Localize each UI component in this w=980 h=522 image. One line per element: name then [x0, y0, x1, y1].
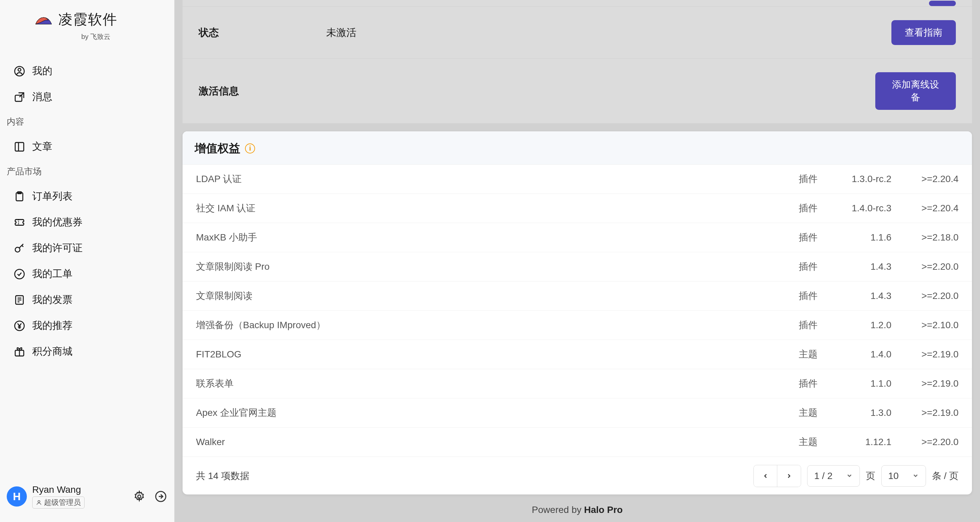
- clipboard-icon: [13, 190, 25, 203]
- page-select[interactable]: 1 / 2: [807, 465, 859, 487]
- sidebar-item-label: 我的发票: [32, 293, 73, 306]
- row-name: Apex 企业官网主题: [196, 407, 777, 419]
- person-icon: [36, 500, 42, 506]
- info-label: 状态: [199, 26, 326, 40]
- row-requirement: >=2.20.4: [891, 203, 959, 214]
- card-title: 增值权益: [195, 141, 240, 156]
- row-version: 1.2.0: [818, 320, 891, 330]
- sidebar-item-label: 我的推荐: [32, 319, 73, 332]
- gift-icon: [13, 346, 25, 358]
- card-header: 增值权益: [183, 131, 972, 164]
- row-requirement: >=2.20.4: [891, 174, 959, 184]
- user-meta: Ryan Wang 超级管理员: [32, 484, 127, 509]
- chevron-down-icon: [912, 471, 919, 481]
- row-name: 文章限制阅读: [196, 289, 777, 302]
- row-version: 1.4.3: [818, 291, 891, 301]
- receipt-icon: [13, 294, 25, 306]
- row-type: 插件: [777, 289, 818, 302]
- pagination-nav: [754, 465, 801, 487]
- svg-point-8: [15, 247, 20, 252]
- sidebar: 凌霞软件 by 飞致云 我的 消息 内容 文章 产品市场 订单列表 我的优惠券: [0, 0, 175, 522]
- table-row[interactable]: MaxKB 小助手插件1.1.6>=2.18.0: [183, 223, 972, 252]
- main-content: 状态 未激活 查看指南 激活信息 添加离线设备 增值权益 LDAP 认证插件1.…: [175, 0, 980, 522]
- info-icon[interactable]: [245, 144, 255, 153]
- table-row[interactable]: 文章限制阅读 Pro插件1.4.3>=2.20.0: [183, 252, 972, 281]
- sidebar-footer: H Ryan Wang 超级管理员: [0, 474, 174, 522]
- logout-icon: [155, 490, 167, 503]
- sidebar-item-articles[interactable]: 文章: [0, 134, 174, 160]
- user-role-badge: 超级管理员: [32, 496, 84, 509]
- cutoff-button[interactable]: [929, 1, 956, 6]
- row-version: 1.4.0-rc.3: [818, 203, 891, 214]
- layout-icon: [13, 141, 25, 153]
- sidebar-item-label: 我的: [32, 64, 52, 78]
- sidebar-item-label: 我的许可证: [32, 241, 83, 255]
- table-row[interactable]: 社交 IAM 认证插件1.4.0-rc.3>=2.20.4: [183, 194, 972, 223]
- row-name: Walker: [196, 437, 777, 447]
- table-row[interactable]: FIT2BLOG主题1.4.0>=2.19.0: [183, 340, 972, 369]
- sidebar-item-licenses[interactable]: 我的许可证: [0, 235, 174, 261]
- settings-button[interactable]: [132, 490, 146, 503]
- sidebar-item-label: 文章: [32, 140, 52, 153]
- activation-info-block: 状态 未激活 查看指南 激活信息 添加离线设备: [183, 0, 972, 123]
- table-row[interactable]: Walker主题1.12.1>=2.20.0: [183, 428, 972, 457]
- svg-point-17: [38, 501, 40, 503]
- table-row[interactable]: 文章限制阅读插件1.4.3>=2.20.0: [183, 281, 972, 311]
- row-requirement: >=2.19.0: [891, 349, 959, 360]
- info-label: 激活信息: [199, 84, 326, 98]
- row-name: LDAP 认证: [196, 172, 777, 185]
- page-size-select[interactable]: 10: [881, 465, 926, 487]
- brand: 凌霞软件: [0, 10, 174, 29]
- avatar[interactable]: H: [7, 486, 27, 506]
- prev-page-button[interactable]: [754, 465, 777, 487]
- sidebar-item-points-mall[interactable]: 积分商城: [0, 338, 174, 364]
- row-requirement: >=2.20.0: [891, 437, 959, 447]
- chevron-down-icon: [846, 471, 853, 481]
- table-row[interactable]: Apex 企业官网主题主题1.3.0>=2.19.0: [183, 398, 972, 428]
- svg-point-18: [138, 495, 141, 498]
- sidebar-item-mine[interactable]: 我的: [0, 58, 174, 84]
- row-version: 1.1.0: [818, 378, 891, 389]
- row-requirement: >=2.20.0: [891, 291, 959, 301]
- table-row[interactable]: 增强备份（Backup IMproved）插件1.2.0>=2.10.0: [183, 311, 972, 340]
- row-type: 插件: [777, 319, 818, 332]
- row-version: 1.4.3: [818, 261, 891, 272]
- info-row-cutoff: [183, 0, 972, 7]
- add-offline-device-button[interactable]: 添加离线设备: [875, 72, 956, 110]
- gear-icon: [133, 490, 145, 503]
- table-row[interactable]: LDAP 认证插件1.3.0-rc.2>=2.20.4: [183, 164, 972, 194]
- export-icon: [13, 91, 25, 103]
- view-guide-button[interactable]: 查看指南: [891, 20, 956, 45]
- sidebar-item-label: 订单列表: [32, 190, 73, 203]
- brand-subtitle: by 飞致云: [0, 32, 174, 42]
- sidebar-item-label: 我的优惠券: [32, 216, 83, 229]
- sidebar-item-orders[interactable]: 订单列表: [0, 184, 174, 209]
- svg-point-9: [15, 269, 24, 278]
- page-size-suffix: 条 / 页: [932, 469, 959, 482]
- row-type: 插件: [777, 377, 818, 390]
- row-type: 插件: [777, 231, 818, 244]
- sidebar-item-coupons[interactable]: 我的优惠券: [0, 209, 174, 235]
- logout-button[interactable]: [154, 490, 167, 503]
- sidebar-item-invoices[interactable]: 我的发票: [0, 287, 174, 313]
- sidebar-item-messages[interactable]: 消息: [0, 84, 174, 110]
- row-version: 1.3.0: [818, 407, 891, 418]
- sidebar-item-referral[interactable]: 我的推荐: [0, 313, 174, 338]
- svg-rect-3: [15, 142, 24, 151]
- row-type: 主题: [777, 436, 818, 449]
- sidebar-item-label: 消息: [32, 90, 52, 104]
- sidebar-item-tickets[interactable]: 我的工单: [0, 261, 174, 287]
- user-name: Ryan Wang: [32, 484, 127, 495]
- pagination-bar: 共 14 项数据 1 / 2 页: [183, 457, 972, 495]
- key-icon: [13, 242, 25, 254]
- chevron-right-icon: [786, 473, 792, 479]
- row-version: 1.1.6: [818, 232, 891, 243]
- row-type: 插件: [777, 260, 818, 273]
- svg-point-1: [18, 68, 21, 71]
- table-row[interactable]: 联系表单插件1.1.0>=2.19.0: [183, 369, 972, 398]
- row-name: 增强备份（Backup IMproved）: [196, 319, 777, 332]
- brand-logo-icon: [33, 13, 54, 26]
- row-name: 联系表单: [196, 377, 777, 390]
- next-page-button[interactable]: [777, 465, 801, 487]
- row-type: 主题: [777, 348, 818, 361]
